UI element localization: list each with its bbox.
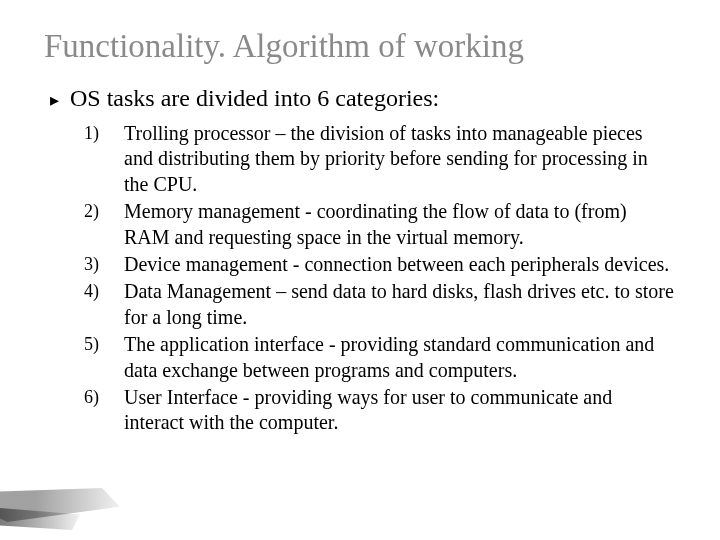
item-number: 1) — [84, 121, 124, 144]
list-item: 2) Memory management - coordinating the … — [84, 199, 676, 250]
item-number: 5) — [84, 332, 124, 355]
intro-text: OS tasks are divided into 6 categories: — [70, 83, 439, 113]
bullet-icon: ▸ — [50, 89, 70, 111]
item-number: 2) — [84, 199, 124, 222]
item-text: Device management - connection between e… — [124, 252, 669, 277]
numbered-list: 1) Trolling processor – the division of … — [84, 121, 676, 436]
list-item: 5) The application interface - providing… — [84, 332, 676, 383]
item-text: Data Management – send data to hard disk… — [124, 279, 676, 330]
list-item: 4) Data Management – send data to hard d… — [84, 279, 676, 330]
intro-line: ▸ OS tasks are divided into 6 categories… — [50, 83, 676, 113]
item-text: User Interface - providing ways for user… — [124, 385, 676, 436]
item-number: 6) — [84, 385, 124, 408]
item-text: Memory management - coordinating the flo… — [124, 199, 676, 250]
list-item: 3) Device management - connection betwee… — [84, 252, 676, 277]
item-number: 3) — [84, 252, 124, 275]
slide-title: Functionality. Algorithm of working — [44, 28, 676, 65]
slide: Functionality. Algorithm of working ▸ OS… — [0, 0, 720, 540]
item-text: Trolling processor – the division of tas… — [124, 121, 676, 197]
item-text: The application interface - providing st… — [124, 332, 676, 383]
list-item: 1) Trolling processor – the division of … — [84, 121, 676, 197]
list-item: 6) User Interface - providing ways for u… — [84, 385, 676, 436]
item-number: 4) — [84, 279, 124, 302]
